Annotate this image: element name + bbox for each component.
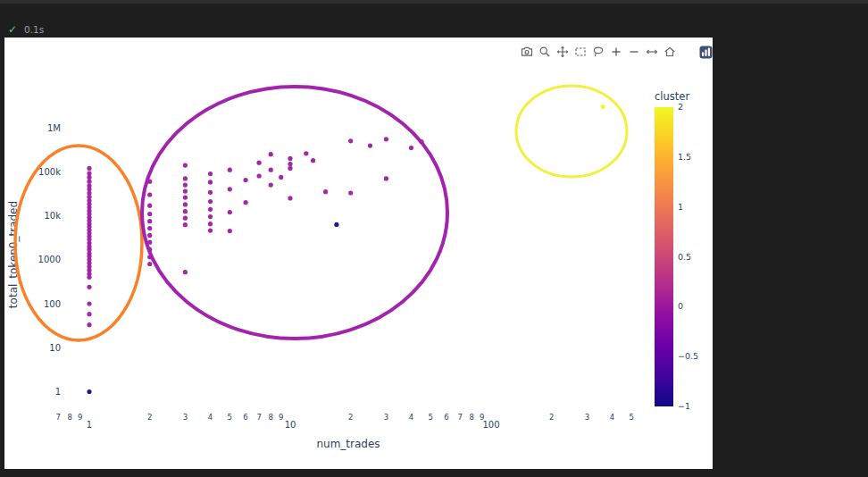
scatter-point[interactable] — [323, 189, 328, 194]
scatter-point[interactable] — [87, 322, 91, 327]
scatter-point[interactable] — [348, 138, 353, 143]
scatter-point[interactable] — [208, 190, 213, 195]
colorbar — [655, 107, 673, 406]
notebook-code-cell[interactable]: px.scatter(summary_df, x='num_trades',y=… — [25, 7, 864, 21]
scatter-point[interactable] — [228, 229, 232, 233]
x-tick-label-minor: 2 — [147, 413, 152, 422]
scatter-point[interactable] — [147, 204, 152, 208]
colorbar-tick-label: 1 — [678, 202, 683, 212]
scatter-point[interactable] — [208, 207, 213, 212]
colorbar-tick-label: 0.5 — [678, 252, 691, 262]
execution-time: 0.1s — [24, 24, 44, 35]
colorbar-title: cluster — [655, 90, 689, 103]
scatter-point[interactable] — [208, 172, 213, 176]
scatter-point[interactable] — [409, 146, 413, 150]
scatter-point[interactable] — [244, 200, 248, 205]
scatter-point[interactable] — [304, 151, 308, 155]
scatter-point[interactable] — [208, 229, 213, 233]
scatter-point[interactable] — [147, 226, 152, 230]
scatter-point[interactable] — [208, 180, 213, 184]
scatter-point[interactable] — [87, 275, 91, 280]
autoscale-icon[interactable] — [645, 45, 659, 59]
scatter-point[interactable] — [183, 196, 188, 200]
zoom-icon[interactable] — [538, 45, 552, 59]
scatter-point[interactable] — [334, 222, 338, 227]
purple-circle-annotation — [142, 87, 447, 339]
scatter-point[interactable] — [228, 168, 232, 172]
scatter-point[interactable] — [183, 216, 188, 221]
x-tick-label-minor: 5 — [630, 413, 634, 422]
scatter-point[interactable] — [147, 262, 152, 266]
scatter-point[interactable] — [183, 209, 188, 213]
scatter-point[interactable] — [87, 389, 91, 394]
y-tick-label: 10 — [49, 343, 61, 353]
box-select-icon[interactable] — [573, 45, 588, 59]
scatter-point[interactable] — [87, 301, 91, 305]
y-tick-label: 10k — [44, 211, 61, 221]
scatter-point[interactable] — [183, 176, 188, 180]
scatter-point[interactable] — [279, 175, 283, 180]
scatter-point[interactable] — [183, 222, 188, 227]
scatter-point[interactable] — [288, 196, 292, 200]
scatter-point[interactable] — [601, 105, 605, 109]
x-tick-label-major: 10 — [285, 420, 296, 430]
scatter-point[interactable] — [87, 180, 91, 184]
scatter-point[interactable] — [384, 176, 388, 180]
x-axis-title: num_trades — [316, 438, 380, 450]
scatter-point[interactable] — [269, 183, 273, 188]
scatter-point[interactable] — [208, 199, 213, 204]
scatter-point[interactable] — [311, 158, 315, 163]
scatter-point[interactable] — [183, 163, 188, 168]
scatter-point[interactable] — [288, 166, 292, 171]
scatter-point[interactable] — [147, 233, 152, 238]
scatter-point[interactable] — [183, 270, 188, 274]
scatter-point[interactable] — [87, 166, 91, 171]
scatter-point[interactable] — [147, 219, 152, 223]
colorbar-tick-label: 1.5 — [678, 152, 691, 162]
scatter-point[interactable] — [288, 162, 292, 166]
scatter-plot[interactable]: 1M100k10k1000100101789234567892345678923… — [4, 38, 713, 469]
scatter-point[interactable] — [183, 183, 188, 188]
reset-axes-icon[interactable] — [663, 45, 677, 59]
scatter-point[interactable] — [228, 210, 232, 214]
x-tick-label-minor: 7 — [457, 413, 462, 422]
zoom-out-icon[interactable] — [627, 45, 641, 59]
plotly-logo-icon[interactable] — [698, 45, 713, 59]
scatter-point[interactable] — [384, 137, 388, 141]
x-tick-label-minor: 7 — [256, 413, 261, 422]
zoom-in-icon[interactable] — [609, 45, 623, 59]
x-tick-label-minor: 6 — [243, 413, 247, 422]
camera-icon[interactable] — [520, 45, 534, 59]
scatter-point[interactable] — [228, 187, 232, 191]
scatter-point[interactable] — [208, 222, 213, 226]
scatter-point[interactable] — [269, 152, 273, 156]
scatter-point[interactable] — [257, 173, 262, 178]
scatter-point[interactable] — [244, 178, 248, 182]
scatter-point[interactable] — [257, 161, 262, 165]
x-tick-label-minor: 2 — [549, 413, 554, 422]
y-tick-label: 100 — [44, 299, 61, 309]
scatter-point[interactable] — [269, 168, 273, 172]
pan-icon[interactable] — [555, 45, 570, 59]
x-tick-label-minor: 5 — [429, 413, 433, 422]
y-tick-label: 1 — [55, 387, 61, 397]
scatter-point[interactable] — [208, 214, 213, 219]
scatter-point[interactable] — [87, 312, 91, 316]
scatter-point[interactable] — [183, 202, 188, 206]
x-tick-label-minor: 7 — [55, 413, 60, 422]
scatter-point[interactable] — [348, 190, 353, 195]
scatter-point[interactable] — [288, 156, 292, 161]
scatter-point[interactable] — [87, 175, 91, 180]
scatter-point[interactable] — [183, 189, 188, 194]
colorbar-tick-label: −0.5 — [678, 351, 698, 361]
scatter-point[interactable] — [147, 192, 152, 197]
scatter-point[interactable] — [147, 212, 152, 216]
x-tick-label-minor: 5 — [228, 413, 232, 422]
scatter-point[interactable] — [87, 285, 91, 289]
x-tick-label-minor: 3 — [183, 413, 188, 422]
yellow-circle-annotation — [516, 86, 627, 177]
scatter-point[interactable] — [368, 144, 372, 148]
lasso-icon[interactable] — [591, 45, 605, 59]
x-tick-label-minor: 4 — [409, 413, 413, 422]
colorbar-tick-label: 2 — [678, 102, 683, 112]
